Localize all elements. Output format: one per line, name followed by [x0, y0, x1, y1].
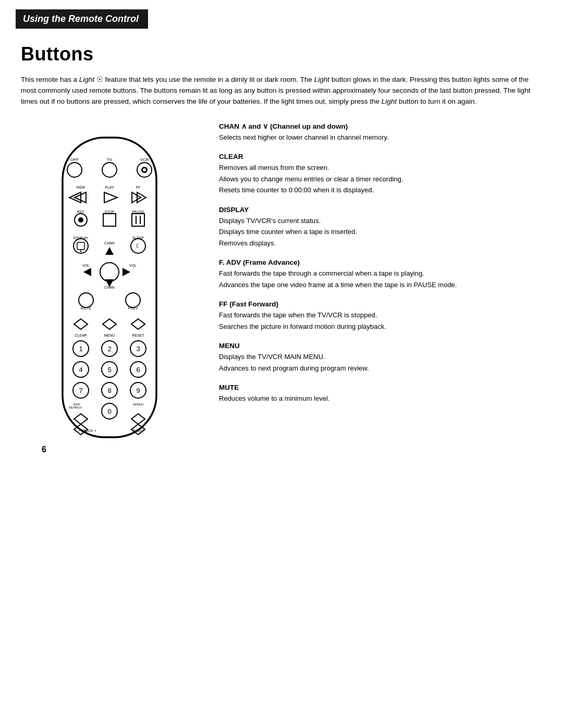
svg-marker-38 — [123, 268, 130, 276]
remote-illustration: OFF TV VCR REW PLAY FF — [34, 132, 185, 445]
svg-text:PLAY: PLAY — [105, 186, 114, 189]
intro-paragraph: This remote has a Light ☉ feature that l… — [21, 75, 532, 107]
ff-title: FF (Fast Forward) — [219, 300, 542, 308]
svg-text:VOL: VOL — [82, 264, 90, 267]
svg-text:REC: REC — [77, 210, 85, 214]
fadv-desc-1: Fast forwards the tape through a commerc… — [219, 268, 542, 279]
desc-fadv: F. ADV (Frame Advance) Fast forwards the… — [219, 258, 542, 290]
fadv-desc-2: Advances the tape one video frame at a t… — [219, 280, 542, 290]
menu-desc-2: Advances to next program during program … — [219, 363, 542, 374]
ff-desc-2: Searches the picture in forward motion d… — [219, 322, 542, 332]
clear-title: CLEAR — [219, 153, 542, 161]
svg-marker-37 — [83, 268, 91, 276]
svg-text:☾: ☾ — [136, 242, 141, 250]
svg-text:7: 7 — [79, 387, 82, 394]
svg-marker-75 — [74, 414, 88, 424]
mute-title: MUTE — [219, 384, 542, 391]
display-desc-3: Removes displays. — [219, 238, 542, 249]
ff-desc-1: Fast forwards the tape when the TV/VCR i… — [219, 310, 542, 320]
svg-text:6: 6 — [136, 366, 140, 374]
header-bar: Using the Remote Control — [16, 9, 148, 29]
svg-text:3: 3 — [136, 345, 140, 353]
svg-marker-34 — [105, 247, 114, 255]
menu-desc-1: Displays the TV/VCR MAIN MENU. — [219, 352, 542, 362]
descriptions-column: CHAN ∧ and ∨ (Channel up and down) Selec… — [198, 122, 542, 414]
svg-text:PAUSE: PAUSE — [132, 210, 144, 214]
svg-text:OFF: OFF — [70, 157, 79, 162]
svg-text:4: 4 — [79, 366, 82, 374]
page-title: Buttons — [21, 43, 542, 65]
svg-text:MENU: MENU — [104, 334, 115, 337]
svg-text:VOL: VOL — [129, 264, 137, 267]
svg-rect-22 — [103, 214, 116, 226]
header-title: Using the Remote Control — [23, 14, 139, 24]
svg-text:RESET: RESET — [132, 334, 144, 337]
svg-text:REW: REW — [77, 186, 85, 189]
svg-point-21 — [78, 217, 83, 223]
mute-desc-1: Reduces volume to a minimum level. — [219, 393, 542, 404]
svg-point-44 — [126, 293, 140, 307]
display-title: DISPLAY — [219, 206, 542, 214]
desc-clear: CLEAR Removes all menus from the screen.… — [219, 153, 542, 195]
svg-point-4 — [67, 163, 82, 177]
clear-desc-3: Resets time counter to 0:00:00 when it i… — [219, 185, 542, 195]
svg-text:FF: FF — [136, 186, 141, 189]
svg-text:MUTE: MUTE — [81, 306, 91, 310]
chan-title: CHAN ∧ and ∨ (Channel up and down) — [219, 122, 542, 130]
clear-desc-1: Removes all menus from the screen. — [219, 163, 542, 173]
desc-menu: MENU Displays the TV/VCR MAIN MENU. Adva… — [219, 342, 542, 373]
desc-display: DISPLAY Displays TV/VCR's current status… — [219, 206, 542, 249]
svg-marker-76 — [131, 414, 145, 424]
page-number: 6 — [42, 445, 563, 454]
svg-point-42 — [79, 293, 93, 307]
display-desc-2: Displays time counter when a tape is ins… — [219, 227, 542, 237]
svg-text:8: 8 — [107, 387, 111, 394]
svg-text:5: 5 — [107, 366, 111, 374]
svg-marker-50 — [131, 319, 145, 329]
display-desc-1: Displays TV/VCR's current status. — [219, 216, 542, 226]
remote-area: OFF TV VCR REW PLAY FF — [21, 122, 198, 445]
menu-title: MENU — [219, 342, 542, 350]
svg-text:VCR: VCR — [140, 157, 149, 162]
chan-desc-1: Selects next higher or lower channel in … — [219, 132, 542, 143]
svg-rect-23 — [132, 214, 144, 226]
fadv-title: F. ADV (Frame Advance) — [219, 258, 542, 266]
svg-text:PREV: PREV — [128, 306, 138, 310]
svg-marker-48 — [103, 319, 116, 329]
svg-point-8 — [143, 168, 146, 171]
svg-point-39 — [100, 263, 119, 281]
svg-text:2: 2 — [107, 345, 111, 353]
svg-text:SPEED: SPEED — [133, 403, 144, 406]
svg-text:9: 9 — [136, 387, 140, 394]
desc-mute: MUTE Reduces volume to a minimum level. — [219, 384, 542, 404]
svg-text:SEARCH: SEARCH — [68, 406, 81, 409]
svg-marker-14 — [104, 192, 117, 203]
svg-text:STOP: STOP — [105, 210, 115, 214]
desc-chan: CHAN ∧ and ∨ (Channel up and down) Selec… — [219, 122, 542, 143]
svg-rect-29 — [77, 242, 84, 250]
clear-desc-2: Allows you to change menu entries or cle… — [219, 174, 542, 184]
svg-text:0: 0 — [107, 408, 111, 415]
svg-text:TV: TV — [107, 157, 113, 162]
main-layout: OFF TV VCR REW PLAY FF — [21, 122, 542, 445]
desc-ff: FF (Fast Forward) Fast forwards the tape… — [219, 300, 542, 331]
svg-text:CHAN: CHAN — [104, 241, 115, 245]
svg-text:CLEAR: CLEAR — [75, 334, 87, 337]
svg-point-5 — [102, 163, 117, 177]
svg-text:1: 1 — [79, 345, 82, 353]
svg-marker-46 — [74, 319, 88, 329]
